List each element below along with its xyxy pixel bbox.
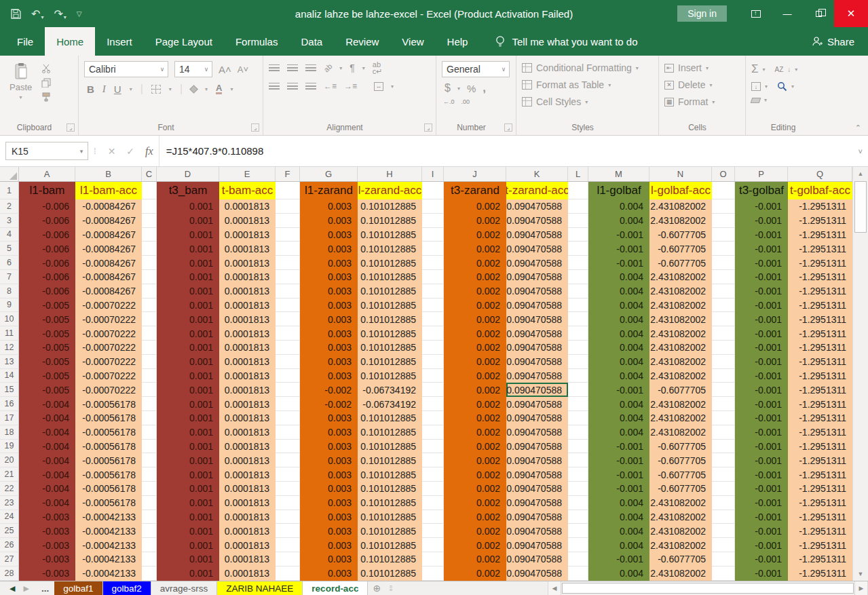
insert-function-icon[interactable]: fx bbox=[140, 145, 159, 157]
decrease-decimal-icon[interactable]: .00 bbox=[461, 99, 470, 105]
cell-P13[interactable]: -0.001 bbox=[735, 355, 788, 369]
cell-B9[interactable]: -0.00070222 bbox=[75, 299, 142, 313]
cell-O8[interactable] bbox=[712, 284, 735, 299]
underline-button[interactable]: U bbox=[114, 83, 121, 95]
cell-P9[interactable]: -0.001 bbox=[735, 299, 788, 313]
cell-J25[interactable]: 0.002 bbox=[444, 524, 506, 538]
align-right-icon[interactable] bbox=[305, 83, 316, 90]
cell-J27[interactable]: 0.002 bbox=[444, 552, 506, 567]
cell-H13[interactable]: 0.101012885 bbox=[358, 355, 422, 369]
cell-J28[interactable]: 0.002 bbox=[444, 567, 506, 581]
cell-G8[interactable]: 0.003 bbox=[300, 284, 358, 299]
cell-P21[interactable]: -0.001 bbox=[735, 467, 788, 482]
cell-F14[interactable] bbox=[276, 369, 300, 383]
font-name-combobox[interactable]: Calibri ∨ bbox=[84, 61, 168, 77]
cell-C24[interactable] bbox=[142, 510, 157, 524]
minimize-button[interactable]: — bbox=[772, 0, 803, 27]
increase-decimal-icon[interactable]: ←.0 bbox=[443, 99, 455, 105]
font-size-combobox[interactable]: 14 ∨ bbox=[174, 61, 212, 77]
cell-L8[interactable] bbox=[568, 284, 588, 299]
cell-I1[interactable] bbox=[422, 182, 444, 199]
cell-C12[interactable] bbox=[142, 341, 157, 355]
cell-F8[interactable] bbox=[276, 284, 300, 299]
cell-P18[interactable]: -0.001 bbox=[735, 425, 788, 440]
collapse-ribbon-icon[interactable]: ⌃ bbox=[855, 123, 861, 132]
cell-D8[interactable]: 0.001 bbox=[157, 284, 219, 299]
cell-H23[interactable]: 0.101012885 bbox=[358, 496, 422, 510]
cell-H3[interactable]: 0.101012885 bbox=[358, 214, 422, 228]
cell-M24[interactable]: 0.004 bbox=[588, 510, 649, 524]
cell-K11[interactable]: 0.090470588 bbox=[506, 326, 568, 341]
cell-H18[interactable]: 0.101012885 bbox=[358, 425, 422, 440]
cell-H17[interactable]: 0.101012885 bbox=[358, 411, 422, 425]
cell-N24[interactable]: 2.431082002 bbox=[649, 510, 712, 524]
cell-N17[interactable]: 2.431082002 bbox=[649, 411, 712, 425]
cell-J7[interactable]: 0.002 bbox=[444, 270, 506, 284]
cell-L28[interactable] bbox=[568, 567, 588, 581]
cell-I19[interactable] bbox=[422, 440, 444, 454]
cell-F24[interactable] bbox=[276, 510, 300, 524]
cell-D25[interactable]: 0.001 bbox=[157, 524, 219, 538]
sheet-tab-golbaf1[interactable]: golbaf1 bbox=[54, 581, 102, 595]
cell-F20[interactable] bbox=[276, 453, 300, 467]
cell-B3[interactable]: -0.00084267 bbox=[75, 214, 142, 228]
cell-Q8[interactable]: -1.2951311 bbox=[788, 284, 852, 299]
paste-button[interactable]: Paste ▾ bbox=[5, 61, 36, 102]
align-top-icon[interactable] bbox=[269, 64, 280, 72]
cell-B27[interactable]: -0.00042133 bbox=[75, 552, 142, 567]
clear-button[interactable]: ▾ bbox=[751, 97, 767, 103]
cell-A6[interactable]: -0.006 bbox=[19, 256, 75, 270]
cell-E11[interactable]: 0.0001813 bbox=[219, 326, 276, 341]
cell-L1[interactable] bbox=[568, 182, 588, 199]
cell-G27[interactable]: 0.003 bbox=[300, 552, 358, 567]
cell-F18[interactable] bbox=[276, 425, 300, 440]
cell-I4[interactable] bbox=[422, 228, 444, 242]
cell-I27[interactable] bbox=[422, 552, 444, 567]
cell-N5[interactable]: -0.6077705 bbox=[649, 242, 712, 256]
cell-O11[interactable] bbox=[712, 326, 735, 341]
column-header-H[interactable]: H bbox=[358, 167, 422, 181]
currency-format-button[interactable]: $ bbox=[445, 82, 451, 94]
cell-E7[interactable]: 0.0001813 bbox=[219, 270, 276, 284]
cell-N6[interactable]: -0.6077705 bbox=[649, 256, 712, 270]
cell-L17[interactable] bbox=[568, 411, 588, 425]
cell-C23[interactable] bbox=[142, 496, 157, 510]
cell-E4[interactable]: 0.0001813 bbox=[219, 228, 276, 242]
cell-A28[interactable]: -0.003 bbox=[19, 567, 75, 581]
cell-H15[interactable]: -0.06734192 bbox=[358, 383, 422, 397]
row-header-26[interactable]: 26 bbox=[0, 538, 19, 552]
cell-O2[interactable] bbox=[712, 199, 735, 214]
cell-F27[interactable] bbox=[276, 552, 300, 567]
cell-H19[interactable]: 0.101012885 bbox=[358, 440, 422, 454]
cell-K2[interactable]: 0.090470588 bbox=[506, 199, 568, 214]
cell-H12[interactable]: 0.101012885 bbox=[358, 341, 422, 355]
undo-button[interactable]: ↶▾ bbox=[31, 7, 43, 20]
cell-N26[interactable]: 2.431082002 bbox=[649, 538, 712, 552]
confirm-entry-icon[interactable]: ✓ bbox=[121, 146, 140, 157]
column-header-O[interactable]: O bbox=[712, 167, 735, 181]
cell-L27[interactable] bbox=[568, 552, 588, 567]
cell-F7[interactable] bbox=[276, 270, 300, 284]
cell-I3[interactable] bbox=[422, 214, 444, 228]
italic-button[interactable]: I bbox=[102, 83, 106, 95]
cell-Q15[interactable]: -1.2951311 bbox=[788, 383, 852, 397]
cell-D27[interactable]: 0.001 bbox=[157, 552, 219, 567]
cell-C25[interactable] bbox=[142, 524, 157, 538]
cell-P15[interactable]: -0.001 bbox=[735, 383, 788, 397]
cell-N23[interactable]: 2.431082002 bbox=[649, 496, 712, 510]
row-header-10[interactable]: 10 bbox=[0, 312, 19, 326]
select-all-corner[interactable] bbox=[0, 167, 19, 181]
cell-O28[interactable] bbox=[712, 567, 735, 581]
cell-F13[interactable] bbox=[276, 355, 300, 369]
cell-A25[interactable]: -0.003 bbox=[19, 524, 75, 538]
cell-F19[interactable] bbox=[276, 440, 300, 454]
number-dialog-launcher-icon[interactable]: ⌟ bbox=[504, 123, 512, 132]
cell-E14[interactable]: 0.0001813 bbox=[219, 369, 276, 383]
cell-Q17[interactable]: -1.2951311 bbox=[788, 411, 852, 425]
cell-I21[interactable] bbox=[422, 467, 444, 482]
cell-E17[interactable]: 0.0001813 bbox=[219, 411, 276, 425]
cell-N4[interactable]: -0.6077705 bbox=[649, 228, 712, 242]
row-header-16[interactable]: 16 bbox=[0, 397, 19, 411]
cell-C19[interactable] bbox=[142, 440, 157, 454]
cell-O3[interactable] bbox=[712, 214, 735, 228]
